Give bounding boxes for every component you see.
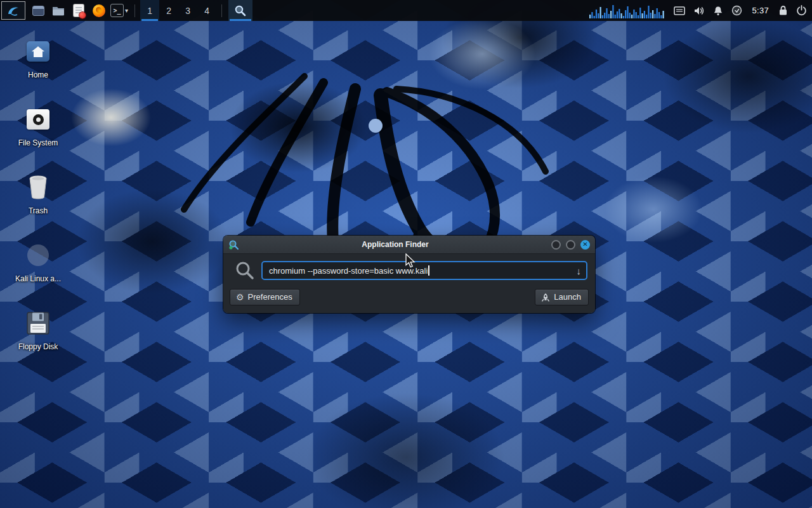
gear-icon: ⚙ — [236, 293, 244, 302]
desktop-icon-label: Trash — [27, 206, 49, 216]
window-titlebar[interactable]: Application Finder ✕ — [223, 236, 595, 254]
command-input-value: chromium --password-store=basic www.kali — [269, 266, 428, 276]
minimize-button[interactable] — [551, 240, 561, 250]
file-manager-launcher[interactable] — [50, 0, 67, 21]
workspace-3[interactable]: 3 — [178, 0, 197, 21]
panel-left-group: >_ ▾ 1 2 3 4 — [0, 0, 252, 21]
lock-screen-icon[interactable] — [778, 5, 788, 16]
window-title: Application Finder — [239, 240, 551, 249]
workspace-3-label: 3 — [185, 6, 190, 16]
firefox-launcher[interactable] — [91, 0, 107, 21]
dropdown-arrow-icon[interactable]: ↓ — [572, 266, 582, 276]
terminal-icon: >_ — [110, 4, 124, 17]
desktop-icon-list: Home File System Trash Kali Linux a... — [5, 33, 71, 373]
launch-button-label: Launch — [554, 292, 581, 302]
desktop-icon-label: File System — [16, 138, 60, 148]
workspace-4[interactable]: 4 — [197, 0, 216, 21]
trash-icon — [28, 175, 48, 199]
status-tray-icon[interactable] — [731, 5, 742, 16]
workspace-4-label: 4 — [204, 6, 209, 16]
text-caret — [428, 265, 429, 276]
terminal-launcher[interactable]: >_ ▾ — [110, 4, 128, 17]
desktop-icon-label: Home — [26, 70, 50, 80]
desktop-icon-label: Floppy Disk — [16, 342, 60, 352]
desktop-icon-file-system[interactable]: File System — [5, 101, 71, 169]
floppy-disk-icon — [27, 312, 49, 335]
desktop-icon-kali-linux[interactable]: Kali Linux a... — [5, 237, 71, 305]
file-system-icon — [27, 109, 49, 130]
applications-menu-button[interactable] — [1, 1, 25, 20]
workspace-2[interactable]: 2 — [159, 0, 178, 21]
kali-menu-icon — [6, 4, 20, 17]
preferences-button[interactable]: ⚙ Preferences — [230, 289, 300, 305]
file-manager-icon — [52, 5, 65, 16]
text-editor-launcher[interactable] — [70, 0, 87, 21]
command-input[interactable]: chromium --password-store=basic www.kali… — [261, 261, 587, 280]
desktop-root: >_ ▾ 1 2 3 4 — [0, 0, 812, 508]
volume-icon[interactable] — [693, 6, 705, 16]
kali-linux-icon — [27, 244, 49, 266]
close-button[interactable]: ✕ — [580, 240, 590, 250]
workspace-1[interactable]: 1 — [140, 0, 159, 21]
maximize-button[interactable] — [566, 240, 575, 250]
cpu-activity-graph[interactable] — [589, 3, 665, 18]
window-app-launcher[interactable] — [30, 0, 46, 21]
window-titlebar-app-icon — [228, 239, 239, 250]
desktop-icon-trash[interactable]: Trash — [5, 169, 71, 237]
window-body: chromium --password-store=basic www.kali… — [223, 254, 595, 313]
notifications-bell-icon[interactable] — [713, 6, 723, 16]
home-icon — [27, 41, 49, 62]
display-settings-icon[interactable] — [674, 6, 685, 15]
clock[interactable]: 5:37 — [750, 6, 770, 15]
panel-separator — [221, 4, 222, 17]
text-editor-icon — [74, 4, 84, 17]
preferences-button-label: Preferences — [248, 292, 292, 302]
top-panel: >_ ▾ 1 2 3 4 — [0, 0, 812, 21]
desktop-icon-home[interactable]: Home — [5, 33, 71, 101]
workspace-1-label: 1 — [147, 6, 152, 16]
taskbar-application-finder[interactable] — [228, 0, 252, 21]
application-finder-task-icon — [234, 4, 247, 17]
desktop-icon-floppy-disk[interactable]: Floppy Disk — [5, 305, 71, 373]
panel-right-group: 5:37 — [589, 0, 812, 21]
workspace-2-label: 2 — [166, 6, 171, 16]
power-logout-icon[interactable] — [796, 5, 807, 16]
firefox-icon — [93, 4, 105, 17]
window-controls: ✕ — [551, 240, 590, 250]
application-finder-window: Application Finder ✕ chromium --password… — [223, 236, 595, 313]
search-icon — [235, 260, 255, 281]
launch-icon — [541, 293, 550, 302]
window-app-icon — [32, 6, 44, 16]
launch-button[interactable]: Launch — [535, 289, 589, 305]
panel-separator — [134, 4, 135, 17]
chevron-down-icon[interactable]: ▾ — [125, 7, 128, 14]
desktop-icon-label: Kali Linux a... — [13, 274, 63, 284]
